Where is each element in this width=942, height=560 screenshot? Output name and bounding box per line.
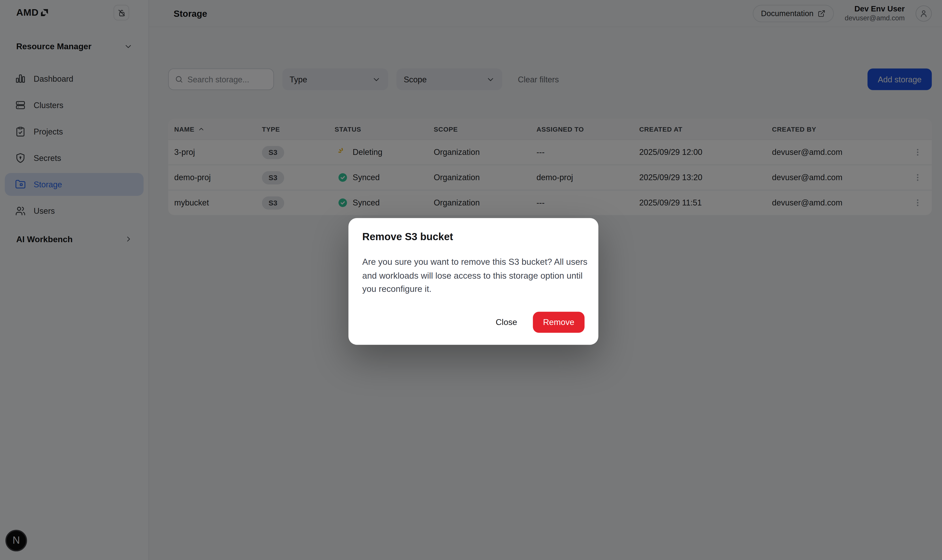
remove-button[interactable]: Remove (533, 311, 585, 332)
dialog-title: Remove S3 bucket (362, 231, 585, 243)
remove-s3-bucket-dialog: Remove S3 bucket Are you sure you want t… (349, 218, 599, 345)
close-button[interactable]: Close (492, 312, 521, 332)
dialog-body-text: Are you sure you want to remove this S3 … (362, 255, 588, 296)
dialog-actions: Close Remove (362, 311, 585, 332)
app-window: AMD Resource Mana (0, 0, 942, 560)
